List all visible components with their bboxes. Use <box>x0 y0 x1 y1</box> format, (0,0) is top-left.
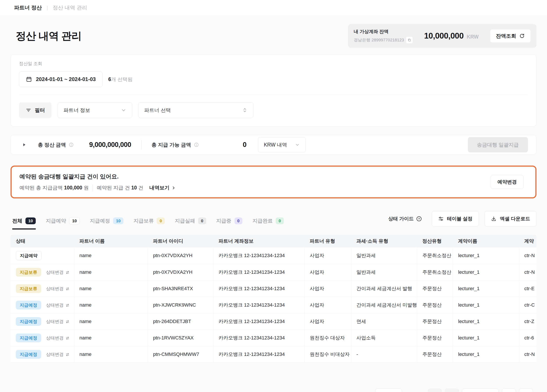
status-change-link[interactable]: 상태변경 <box>46 335 70 341</box>
contract-name-cell: lecturer_1 <box>453 346 519 362</box>
view-details-link[interactable]: 내역보기 <box>150 184 176 191</box>
partner-type-cell: 사업자 <box>304 247 351 264</box>
table-settings-button[interactable]: 테이블 설정 <box>432 211 479 226</box>
partner-type-cell: 사업자 <box>304 313 351 330</box>
rows-per-page-select[interactable]: 10 <box>375 388 402 392</box>
status-cell: 지급예정 상태변경 <box>11 346 74 362</box>
bulk-pay-button[interactable]: 송금대행 일괄지급 <box>468 137 528 152</box>
first-page-button[interactable] <box>428 388 442 392</box>
svg-text:?: ? <box>418 217 420 221</box>
pagination: 페이지 당 행 10 9 / 99 <box>11 388 536 392</box>
filter-button[interactable]: 필터 <box>19 102 52 118</box>
excel-download-button[interactable]: 엑셀 다운로드 <box>485 211 536 226</box>
partner-name-cell: name <box>74 280 148 297</box>
swap-arrows-icon <box>65 336 70 340</box>
total-payable-amount: 0 <box>243 141 246 149</box>
contract-id-cell: ctr-E <box>519 280 536 297</box>
contract-name-cell: lecturer_1 <box>453 313 519 330</box>
sliders-icon <box>438 216 444 222</box>
total-settlement-amount: 9,000,000,000 <box>89 141 131 149</box>
last-page-button[interactable] <box>519 388 533 392</box>
status-cell: 지급보류 상태변경 <box>11 264 74 280</box>
status-cell: 지급예정 상태변경 <box>11 313 74 330</box>
table-row[interactable]: 지급예정 상태변경 name ptn-XJWCRK9WNC 카카오뱅크 12-1… <box>11 297 536 313</box>
swap-arrows-icon <box>65 270 70 275</box>
change-reservation-button[interactable]: 예약변경 <box>491 175 524 189</box>
partner-id-cell: ptn-1RVWC5ZYAX <box>148 330 213 346</box>
notice-count: 10 <box>131 185 137 190</box>
notice-amount: 100,000 <box>64 185 82 190</box>
contract-name-cell: lecturer_1 <box>453 330 519 346</box>
status-cell: 지급예정 상태변경 <box>11 330 74 346</box>
settlement-type-cell: 주문정산 <box>417 297 453 313</box>
status-tab[interactable]: 지급예정 10 <box>90 217 123 230</box>
column-header: 과세·소득 유형 <box>351 235 417 247</box>
status-cell: 지급예정 상태변경 <box>11 297 74 313</box>
balance-account-number: 경남은행 28999770218123 <box>354 37 404 43</box>
status-tab[interactable]: 지급예약 10 <box>46 217 80 230</box>
table-row[interactable]: 지급예정 상태변경 name ptn-264DDETJBT 카카오뱅크 12-1… <box>11 313 536 330</box>
table-row[interactable]: 지급보류 상태변경 name ptn-0X7VDXA2YH 카카오뱅크 12-1… <box>11 264 536 280</box>
partner-name-cell: name <box>74 264 148 280</box>
partner-account-cell: 카카오뱅크 12-12341234-1234 <box>213 280 304 297</box>
partner-account-cell: 카카오뱅크 12-12341234-1234 <box>213 247 304 264</box>
status-badge: 지급예정 <box>16 301 41 310</box>
column-header: 파트너 유형 <box>304 235 351 247</box>
column-header: 파트너 계좌정보 <box>213 235 304 247</box>
partner-select[interactable]: 파트너 선택 <box>138 102 253 118</box>
copy-icon[interactable] <box>406 37 413 43</box>
tab-count-badge: 10 <box>25 217 36 224</box>
column-header: 파트너 이름 <box>74 235 148 247</box>
page-indicator[interactable]: 9 / 99 <box>462 388 499 392</box>
currency-select[interactable]: KRW 내역 <box>258 137 306 152</box>
status-tab[interactable]: 지급보류 0 <box>133 217 165 230</box>
balance-label: 내 가상계좌 잔액 <box>354 28 413 35</box>
prev-page-button[interactable] <box>445 388 459 392</box>
expand-caret-icon[interactable] <box>22 142 27 147</box>
status-change-link[interactable]: 상태변경 <box>46 269 70 275</box>
partner-type-cell: 사업자 <box>304 297 351 313</box>
tax-type-cell: - <box>351 346 417 362</box>
table-row[interactable]: 지급보류 상태변경 name ptn-SHA3NRE4TX 카카오뱅크 12-1… <box>11 280 536 297</box>
column-header: 계약 <box>519 235 536 247</box>
column-header: 파트너 아이디 <box>148 235 213 247</box>
date-range-value: 2024-01-01 ~ 2024-01-03 <box>36 76 96 82</box>
status-tab[interactable]: 지급중 0 <box>216 217 243 230</box>
status-guide-link[interactable]: 상태 가이드 ? <box>388 216 422 222</box>
status-change-link[interactable]: 상태변경 <box>46 319 70 324</box>
status-change-link[interactable]: 상태변경 <box>46 351 70 357</box>
status-tab[interactable]: 지급완료 0 <box>253 217 284 230</box>
partner-type-cell: 사업자 <box>304 264 351 280</box>
notice-title: 예약된 송금대행 일괄지급 건이 있어요. <box>20 173 176 181</box>
status-badge: 지급보류 <box>16 268 41 277</box>
selected-count: 6개 선택됨 <box>108 76 133 83</box>
info-icon[interactable] <box>68 142 74 147</box>
filter-category-select[interactable]: 파트너 정보 <box>58 102 132 118</box>
partner-account-cell: 카카오뱅크 12-12341234-1234 <box>213 313 304 330</box>
status-change-link[interactable]: 상태변경 <box>46 302 70 308</box>
partner-name-cell: name <box>74 297 148 313</box>
breadcrumb-page: 정산 내역 관리 <box>53 4 87 11</box>
total-payable-label: 총 지급 가능 금액 <box>152 142 191 148</box>
partner-account-cell: 카카오뱅크 12-12341234-1234 <box>213 264 304 280</box>
table-row[interactable]: 지급예정 상태변경 name ptn-1RVWC5ZYAX 카카오뱅크 12-1… <box>11 330 536 346</box>
info-icon[interactable] <box>194 142 199 147</box>
breadcrumb-section[interactable]: 파트너 정산 <box>14 4 42 11</box>
tax-type-cell: 간이과세 세금계산서 발행 <box>351 280 417 297</box>
contract-id-cell: ctr-N <box>519 247 536 264</box>
status-tab[interactable]: 전체 10 <box>12 217 36 230</box>
next-page-button[interactable] <box>502 388 516 392</box>
partner-id-cell: ptn-0X7VDXA2YH <box>148 247 213 264</box>
status-tab[interactable]: 지급실패 0 <box>175 217 206 230</box>
date-range-input[interactable]: 2024-01-01 ~ 2024-01-03 <box>19 71 103 87</box>
tax-type-cell: 일반과세 <box>351 264 417 280</box>
notice-count-unit: 건 <box>138 185 143 190</box>
status-change-link[interactable]: 상태변경 <box>46 286 70 292</box>
contract-name-cell: lecturer_1 <box>453 247 519 264</box>
table-row[interactable]: 지급예약 상태변경 name ptn-0X7VDXA2YH 카카오뱅크 12-1… <box>11 247 536 264</box>
partner-name-cell: name <box>74 330 148 346</box>
table-row[interactable]: 지급예정 상태변경 name ptn-CMMSQHMWW7 카카오뱅크 12-1… <box>11 346 536 362</box>
partner-type-cell: 원천징수 비대상자 <box>304 346 351 362</box>
refresh-icon <box>519 33 525 39</box>
balance-refresh-button[interactable]: 잔액조회 <box>490 29 531 43</box>
